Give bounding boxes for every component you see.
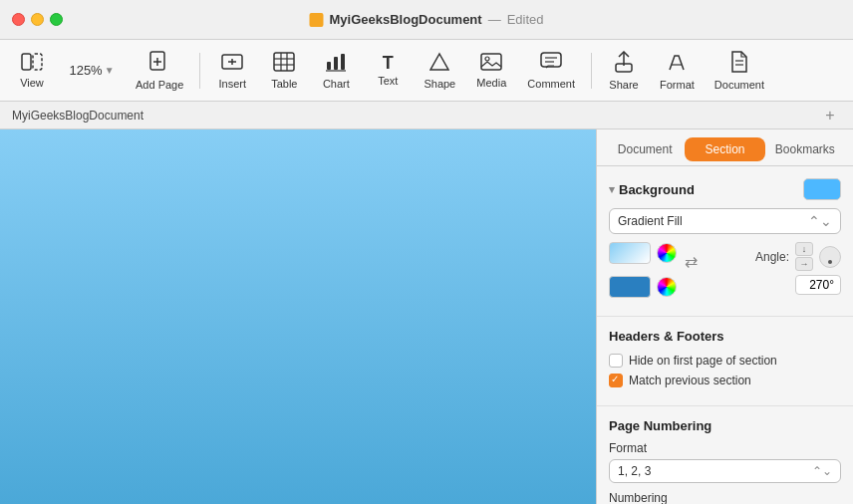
angle-label: Angle:	[755, 250, 789, 264]
document-icon	[730, 51, 748, 76]
svg-rect-18	[481, 54, 501, 70]
background-header: ▾ Background	[609, 178, 841, 200]
traffic-lights	[12, 13, 63, 26]
light-color-swatch[interactable]	[609, 242, 651, 264]
text-label: Text	[378, 75, 398, 87]
media-label: Media	[476, 77, 506, 89]
svg-rect-15	[341, 54, 345, 70]
share-icon	[615, 51, 633, 76]
color-row-dark	[609, 276, 677, 298]
format-dropdown[interactable]: 1, 2, 3 ⌃⌄	[609, 459, 841, 483]
dark-color-wheel[interactable]	[657, 277, 677, 297]
dropdown-arrow-icon: ⌃⌄	[808, 213, 832, 229]
toolbar-text[interactable]: T Text	[364, 45, 412, 97]
hide-first-checkbox[interactable]	[609, 354, 623, 368]
text-icon: T	[383, 54, 394, 72]
svg-rect-20	[541, 53, 561, 67]
view-label: View	[20, 77, 44, 89]
format-icon	[667, 51, 687, 76]
svg-rect-8	[274, 53, 294, 71]
fullscreen-button[interactable]	[50, 13, 63, 26]
light-color-wheel[interactable]	[657, 243, 677, 263]
table-icon	[273, 52, 295, 75]
view-icon	[21, 53, 43, 74]
toolbar-shape[interactable]: Shape	[416, 45, 463, 97]
angle-value[interactable]: 270°	[795, 275, 841, 295]
headers-footers-section: Headers & Footers Hide on first page of …	[597, 317, 853, 406]
chart-label: Chart	[323, 78, 350, 90]
svg-rect-0	[22, 54, 31, 70]
toolbar-separator-2	[591, 53, 592, 89]
svg-rect-1	[33, 54, 42, 70]
svg-marker-17	[430, 54, 448, 70]
numbering-label: Numbering	[609, 491, 841, 504]
window-title: MyiGeeksBlogDocument — Edited	[309, 12, 543, 27]
tab-bookmarks[interactable]: Bookmarks	[765, 137, 845, 166]
headers-footers-title: Headers & Footers	[609, 329, 841, 344]
comment-label: Comment	[527, 78, 575, 90]
doc-name: MyiGeeksBlogDocument	[329, 12, 481, 27]
tab-doc-name: MyiGeeksBlogDocument	[12, 109, 143, 123]
insert-icon	[221, 52, 243, 75]
toolbar-document[interactable]: Document	[707, 45, 772, 97]
angle-down-arrow[interactable]: ↓	[795, 242, 813, 256]
toolbar-format[interactable]: Format	[652, 45, 703, 97]
table-label: Table	[271, 78, 297, 90]
add-page-icon	[149, 51, 169, 76]
panel-tabs: Document Section Bookmarks	[597, 129, 853, 166]
tab-bar: MyiGeeksBlogDocument +	[0, 102, 853, 129]
toolbar-add-page[interactable]: Add Page	[128, 45, 191, 97]
match-prev-row: Match previous section	[609, 374, 841, 387]
format-label: Format	[609, 441, 841, 455]
toolbar-separator-1	[199, 53, 200, 89]
background-color-button[interactable]	[803, 178, 841, 200]
color-row-light	[609, 242, 677, 264]
angle-dial[interactable]	[819, 246, 841, 268]
angle-arrows: ↓ →	[795, 242, 813, 271]
hide-first-label: Hide on first page of section	[629, 354, 777, 368]
svg-point-19	[485, 57, 489, 61]
doc-status: Edited	[507, 12, 544, 27]
toolbar-insert[interactable]: Insert	[208, 45, 256, 97]
match-prev-label: Match previous section	[629, 374, 751, 387]
shape-label: Shape	[424, 78, 455, 90]
share-label: Share	[609, 79, 638, 91]
angle-right-arrow[interactable]: →	[795, 257, 813, 271]
toolbar-media[interactable]: Media	[467, 45, 515, 97]
zoom-value: 125%	[69, 63, 102, 78]
svg-rect-13	[327, 62, 331, 70]
add-tab-button[interactable]: +	[819, 105, 841, 126]
fill-type-dropdown[interactable]: Gradient Fill ⌃⌄	[609, 208, 841, 234]
toolbar: View 125% ▼ Add Page Insert	[0, 40, 853, 102]
svg-rect-14	[334, 57, 338, 70]
match-prev-checkbox[interactable]	[609, 374, 623, 387]
dark-color-swatch[interactable]	[609, 276, 651, 298]
title-separator: —	[488, 12, 501, 27]
format-dropdown-arrow-icon: ⌃⌄	[812, 464, 832, 478]
toolbar-view[interactable]: View	[8, 45, 56, 97]
hide-first-row: Hide on first page of section	[609, 354, 841, 368]
comment-icon	[540, 52, 562, 75]
toolbar-share[interactable]: Share	[600, 45, 648, 97]
close-button[interactable]	[12, 13, 25, 26]
tab-section[interactable]: Section	[685, 137, 764, 161]
toolbar-table[interactable]: Table	[260, 45, 308, 97]
toolbar-comment[interactable]: Comment	[519, 45, 583, 97]
tab-document[interactable]: Document	[605, 137, 685, 166]
fill-type-value: Gradient Fill	[618, 214, 683, 228]
format-label: Format	[660, 79, 695, 91]
insert-label: Insert	[219, 78, 247, 90]
canvas-area[interactable]	[0, 129, 596, 504]
swap-icon: ⇄	[685, 252, 698, 271]
page-numbering-title: Page Numbering	[609, 418, 841, 433]
right-panel: Document Section Bookmarks ▾ Background …	[596, 129, 853, 504]
add-page-label: Add Page	[136, 79, 183, 91]
page-numbering-section: Page Numbering Format 1, 2, 3 ⌃⌄ Numberi…	[597, 406, 853, 504]
background-section: ▾ Background Gradient Fill ⌃⌄	[597, 166, 853, 317]
angle-dot	[828, 260, 832, 264]
main-content: Document Section Bookmarks ▾ Background …	[0, 129, 853, 504]
toolbar-chart[interactable]: Chart	[312, 45, 360, 97]
toolbar-zoom[interactable]: 125% ▼	[60, 45, 124, 97]
chart-icon	[325, 52, 347, 75]
minimize-button[interactable]	[31, 13, 44, 26]
